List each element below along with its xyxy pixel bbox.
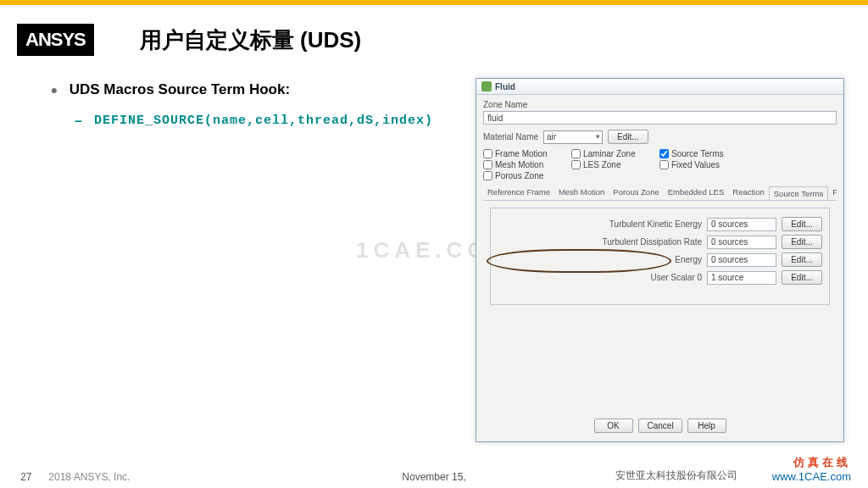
row-tke: Turbulent Kinetic Energy 0 sources Edit.… [498,217,822,231]
chk-mesh-motion[interactable]: Mesh Motion [483,160,568,169]
wm-line1: 仿真在线 [772,455,851,470]
page-number: 27 [20,471,46,483]
tdr-edit-button[interactable]: Edit... [782,235,822,249]
fluid-dialog: Fluid Zone Name Material Name air Edit..… [476,78,844,442]
slide-title: 用户自定义标量 (UDS) [140,25,361,55]
material-name-label: Material Name [483,132,538,141]
material-name-dropdown[interactable]: air [543,130,603,144]
energy-edit-button[interactable]: Edit... [782,252,822,267]
uds0-value[interactable]: 1 source [707,271,776,285]
chk-laminar-zone[interactable]: Laminar Zone [571,149,656,158]
tab-reaction[interactable]: Reaction [728,186,769,200]
source-terms-panel: Turbulent Kinetic Energy 0 sources Edit.… [490,208,830,305]
ansys-logo: ANSYS [17,24,94,56]
row-user-scalar-0: User Scalar 0 1 source Edit... [498,270,822,285]
material-edit-button[interactable]: Edit... [608,130,648,144]
fluid-icon [481,81,492,92]
dash-icon: – [75,114,82,129]
tke-edit-button[interactable]: Edit... [782,217,822,231]
dialog-title-text: Fluid [495,82,515,92]
code-line: DEFINE_SOURCE(name,cell,thread,dS,index) [94,114,433,128]
cancel-button[interactable]: Cancel [638,419,682,433]
chk-porous-zone[interactable]: Porous Zone [483,171,568,180]
row-energy: Energy 0 sources Edit... [498,252,822,267]
zone-name-label: Zone Name [483,100,837,109]
tab-strip: Reference Frame Mesh Motion Porous Zone … [483,186,837,201]
dialog-titlebar[interactable]: Fluid [476,79,843,95]
chk-frame-motion[interactable]: Frame Motion [483,149,568,158]
zone-name-input[interactable] [483,111,837,125]
chk-les-zone[interactable]: LES Zone [571,160,656,169]
wm-line2: www.1CAE.com [772,470,851,483]
bullet-icon: • [51,81,58,100]
tab-porous-zone[interactable]: Porous Zone [609,186,663,200]
date-text: November 15, [402,471,465,483]
tdr-value[interactable]: 0 sources [707,236,776,249]
bullet-text-1: UDS Macros Source Term Hook: [70,81,290,98]
energy-value[interactable]: 0 sources [707,253,776,267]
slide-header: ANSYS 用户自定义标量 (UDS) [0,5,868,64]
corner-watermark: 仿真在线 www.1CAE.com [772,455,851,483]
tab-source-terms[interactable]: Source Terms [769,186,828,201]
chk-fixed-values[interactable]: Fixed Values [659,160,753,169]
row-tdr: Turbulent Dissipation Rate 0 sources Edi… [498,235,822,249]
copyright-text: 2018 ANSYS, Inc. [48,471,130,483]
ok-button[interactable]: OK [594,419,633,433]
tab-embedded-les[interactable]: Embedded LES [664,186,729,200]
tab-fixed-values[interactable]: Fixed Values [828,186,837,200]
tab-reference-frame[interactable]: Reference Frame [483,186,554,200]
uds0-edit-button[interactable]: Edit... [782,270,822,285]
dialog-button-bar: OK Cancel Help [476,419,843,433]
help-button[interactable]: Help [687,419,726,433]
slide-footer: 27 2018 ANSYS, Inc. November 15, 安世亚太科技股… [0,469,868,483]
chk-source-terms[interactable]: Source Terms [659,149,753,158]
tab-mesh-motion[interactable]: Mesh Motion [554,186,609,200]
tke-value[interactable]: 0 sources [707,218,776,231]
